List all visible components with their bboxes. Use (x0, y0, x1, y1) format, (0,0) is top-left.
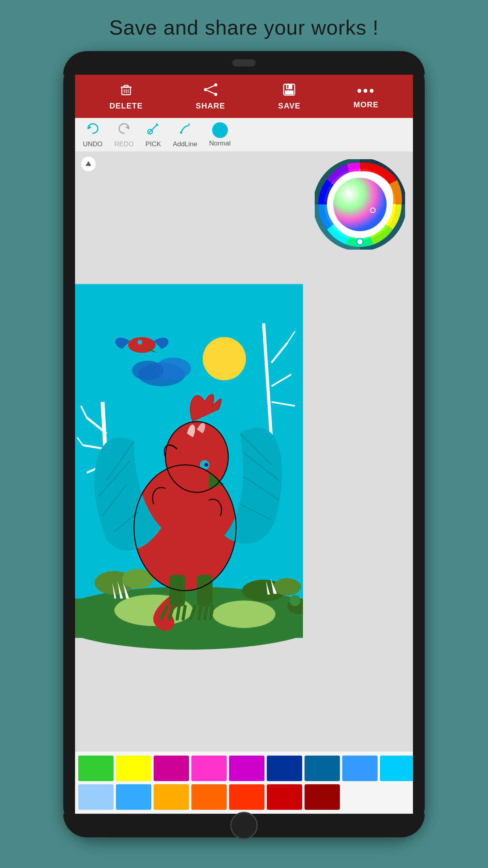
svg-rect-14 (287, 85, 288, 88)
expand-button[interactable] (81, 156, 96, 172)
phone-camera (232, 59, 256, 66)
pick-button[interactable]: PICK (145, 121, 161, 148)
color-swatch-yellow[interactable] (116, 756, 151, 781)
pick-label: PICK (145, 140, 161, 148)
svg-point-29 (203, 337, 246, 381)
color-swatch-red-orange[interactable] (191, 784, 227, 810)
svg-rect-12 (286, 84, 292, 89)
color-swatch-cyan[interactable] (380, 756, 413, 781)
svg-point-65 (138, 340, 142, 345)
redo-button[interactable]: REDO (114, 121, 134, 148)
svg-rect-63 (197, 575, 213, 607)
svg-point-53 (204, 463, 208, 467)
svg-point-32 (132, 361, 163, 381)
toolbar: DELETE SHARE (75, 75, 413, 118)
color-swatch-green[interactable] (78, 756, 114, 781)
color-swatch-sky-blue[interactable] (116, 784, 151, 810)
share-icon (203, 82, 218, 99)
color-swatch-red[interactable] (267, 784, 302, 810)
color-swatch-amber[interactable] (154, 784, 189, 810)
save-icon (282, 82, 297, 99)
svg-point-6 (204, 88, 207, 91)
color-swatch-dark-red[interactable] (305, 784, 340, 810)
normal-color-circle (212, 122, 228, 138)
phone-screen: DELETE SHARE (75, 75, 413, 814)
home-button[interactable] (230, 812, 258, 839)
svg-point-8 (214, 93, 217, 96)
svg-point-19 (180, 131, 182, 134)
color-swatch-pink[interactable] (191, 756, 227, 781)
phone-bottom-bar (63, 814, 425, 837)
pick-icon (146, 121, 160, 139)
more-label: MORE (354, 100, 379, 109)
more-icon: ••• (357, 84, 375, 98)
svg-point-23 (333, 178, 387, 231)
svg-point-7 (214, 83, 217, 86)
undo-button[interactable]: UNDO (83, 121, 103, 148)
share-button[interactable]: SHARE (196, 82, 225, 110)
svg-point-47 (273, 578, 301, 596)
tools-bar: UNDO REDO (75, 118, 413, 151)
canvas-area[interactable] (75, 151, 413, 752)
normal-button[interactable]: Normal (209, 122, 231, 147)
svg-marker-20 (86, 161, 91, 166)
delete-button[interactable]: DELETE (109, 82, 143, 110)
color-swatch-blue[interactable] (342, 756, 378, 781)
drawing-canvas[interactable] (75, 170, 303, 752)
save-button[interactable]: SAVE (278, 82, 301, 110)
share-label: SHARE (196, 101, 225, 110)
color-swatch-light-blue[interactable] (78, 784, 114, 810)
delete-label: DELETE (109, 101, 143, 110)
color-swatch-purple[interactable] (229, 756, 264, 781)
color-palette (75, 752, 413, 814)
redo-icon (117, 121, 131, 139)
redo-label: REDO (114, 140, 134, 148)
page-title: Save and share your works ! (109, 16, 379, 39)
addline-icon (178, 121, 192, 139)
palette-row-2 (78, 784, 410, 810)
color-swatch-red-bright[interactable] (229, 784, 264, 810)
save-label: SAVE (278, 101, 301, 110)
addline-button[interactable]: AddLine (173, 121, 197, 148)
svg-marker-15 (88, 125, 92, 129)
phone-frame: DELETE SHARE (63, 51, 425, 837)
addline-label: AddLine (173, 140, 197, 148)
color-swatch-navy[interactable] (267, 756, 302, 781)
svg-marker-16 (125, 125, 129, 129)
color-swatch-magenta-dark[interactable] (154, 756, 189, 781)
color-swatch-teal-dark[interactable] (305, 756, 340, 781)
more-button[interactable]: ••• MORE (354, 84, 379, 109)
svg-line-9 (207, 86, 214, 89)
svg-rect-13 (285, 90, 294, 94)
undo-icon (86, 121, 100, 139)
normal-label: Normal (209, 140, 231, 147)
svg-point-69 (290, 595, 301, 606)
delete-icon (119, 82, 134, 99)
palette-row-1 (78, 756, 410, 781)
svg-line-10 (207, 90, 214, 94)
phone-top-bar (63, 51, 425, 75)
color-wheel[interactable] (315, 159, 405, 250)
undo-label: UNDO (83, 140, 103, 148)
svg-point-49 (213, 601, 275, 628)
svg-point-24 (357, 239, 363, 245)
